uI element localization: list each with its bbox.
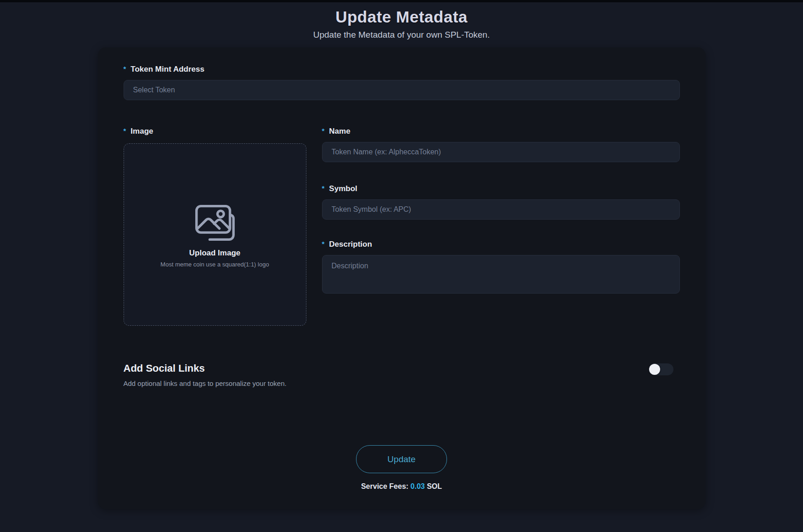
card-footer: Update Service Fees: 0.03 SOL: [124, 445, 680, 491]
fee-suffix: SOL: [427, 482, 442, 490]
token-symbol-input[interactable]: [322, 199, 680, 220]
upload-title: Upload Image: [189, 249, 240, 258]
required-asterisk: *: [322, 184, 325, 192]
update-button[interactable]: Update: [356, 445, 447, 473]
image-label-text: Image: [130, 127, 153, 136]
description-label: * Description: [322, 240, 680, 249]
token-mint-label: * Token Mint Address: [124, 65, 680, 74]
required-asterisk: *: [124, 65, 126, 73]
required-asterisk: *: [322, 127, 325, 135]
fee-value: 0.03: [411, 482, 425, 490]
social-links-title: Add Social Links: [124, 362, 287, 374]
required-asterisk: *: [322, 240, 325, 248]
description-textarea[interactable]: [322, 255, 680, 294]
social-links-text: Add Social Links Add optional links and …: [124, 362, 287, 387]
name-field: * Name: [322, 127, 680, 162]
name-label: * Name: [322, 127, 680, 136]
service-fees-line: Service Fees: 0.03 SOL: [124, 482, 680, 491]
description-field: * Description: [322, 240, 680, 294]
required-asterisk: *: [124, 127, 126, 135]
page-title: Update Metadata: [0, 8, 803, 26]
token-mint-select-input[interactable]: [124, 80, 680, 100]
toggle-knob: [649, 364, 660, 375]
symbol-label: * Symbol: [322, 184, 680, 193]
token-mint-field: * Token Mint Address: [124, 65, 680, 100]
fee-prefix: Service Fees:: [361, 482, 408, 490]
image-upload-dropzone[interactable]: Upload Image Most meme coin use a square…: [124, 143, 306, 326]
images-icon: [194, 202, 236, 244]
update-metadata-card: * Token Mint Address * Image Upload Imag…: [98, 47, 706, 509]
page-subtitle: Update the Metadata of your own SPL-Toke…: [0, 30, 803, 40]
description-label-text: Description: [329, 240, 372, 249]
token-mint-label-text: Token Mint Address: [130, 65, 204, 74]
upload-hint: Most meme coin use a squared(1:1) logo: [160, 261, 269, 268]
top-strip: [0, 0, 803, 2]
social-links-section: Add Social Links Add optional links and …: [124, 362, 680, 387]
image-field: * Image Upload Image Most meme coin use …: [124, 127, 306, 326]
social-links-subtitle: Add optional links and tags to personali…: [124, 379, 287, 387]
metadata-fields-column: * Name * Symbol * Description: [322, 127, 680, 326]
social-links-toggle[interactable]: [649, 363, 673, 375]
name-label-text: Name: [329, 127, 350, 136]
token-name-input[interactable]: [322, 142, 680, 162]
page-header: Update Metadata Update the Metadata of y…: [0, 8, 803, 40]
symbol-label-text: Symbol: [329, 184, 357, 193]
image-label: * Image: [124, 127, 306, 136]
symbol-field: * Symbol: [322, 184, 680, 220]
